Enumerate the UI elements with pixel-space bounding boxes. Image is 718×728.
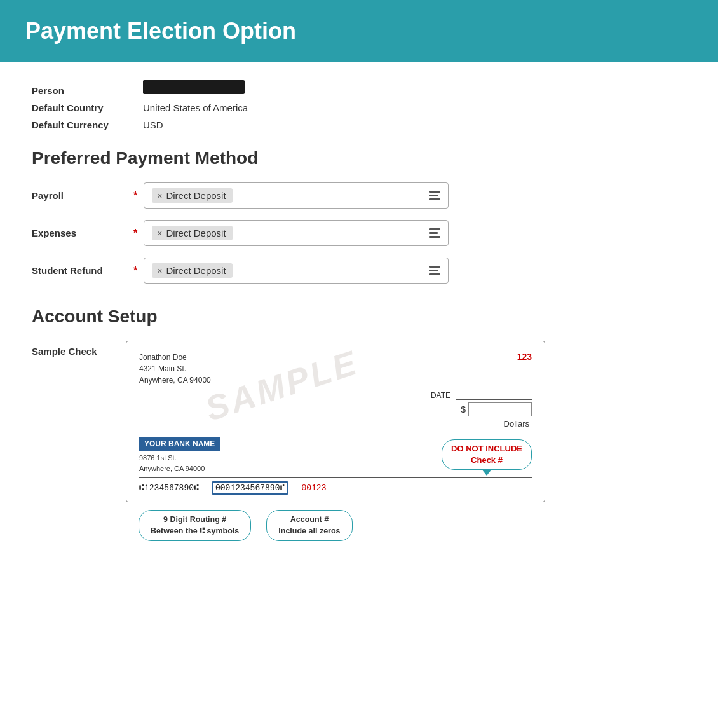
micr-account-highlight: 0001234567890⑈ xyxy=(212,483,288,493)
student-refund-required: * xyxy=(133,265,137,277)
page-title: Payment Election Option xyxy=(25,18,693,45)
person-label: Person xyxy=(32,85,143,96)
payroll-row: Payroll * × Direct Deposit xyxy=(32,182,686,209)
check-bottom-line xyxy=(139,477,532,478)
student-refund-select[interactable]: × Direct Deposit xyxy=(144,258,449,284)
default-currency-row: Default Currency USD xyxy=(32,120,686,130)
info-section: Person Default Country United States of … xyxy=(32,80,686,130)
micr-routing: ⑆1234567890⑆ xyxy=(139,483,199,493)
list-icon-line1 xyxy=(429,266,440,268)
default-country-value: United States of America xyxy=(143,102,248,113)
do-not-include-text: DO NOT INCLUDECheck # xyxy=(451,444,522,465)
micr-account-box: 0001234567890⑈ xyxy=(212,481,288,495)
check-dollars-line: Dollars xyxy=(139,419,532,430)
do-not-include-bubble: DO NOT INCLUDECheck # xyxy=(442,439,532,470)
check-date-underline xyxy=(456,391,532,400)
person-row: Person xyxy=(32,80,686,96)
check-addr2: Anywhere, CA 94000 xyxy=(139,374,211,386)
sample-check-row: Sample Check SAMPLE Jonathon Doe 4321 Ma… xyxy=(32,341,686,541)
check-annotations: 9 Digit Routing #Between the ⑆ symbols A… xyxy=(126,510,545,541)
bank-addr2: Anywhere, CA 94000 xyxy=(139,464,220,474)
expenses-select-left: × Direct Deposit xyxy=(152,226,232,240)
bank-addr1: 9876 1st St. xyxy=(139,453,220,464)
student-refund-chip[interactable]: × Direct Deposit xyxy=(152,263,232,278)
dollar-sign: $ xyxy=(461,404,466,415)
check-number: 123 xyxy=(517,352,532,362)
micr-check-number-struck: 00123 xyxy=(301,483,326,493)
payroll-chip[interactable]: × Direct Deposit xyxy=(152,188,232,203)
bank-name-box: YOUR BANK NAME xyxy=(139,437,220,451)
default-country-label: Default Country xyxy=(32,102,143,113)
check-micr-row: ⑆1234567890⑆ 0001234567890⑈ 00123 xyxy=(139,483,532,493)
page-header: Payment Election Option xyxy=(0,0,718,62)
student-refund-chip-remove[interactable]: × xyxy=(157,266,162,276)
student-refund-row: Student Refund * × Direct Deposit xyxy=(32,258,686,284)
sample-check: SAMPLE Jonathon Doe 4321 Main St. Anywhe… xyxy=(126,341,545,502)
expenses-chip-value: Direct Deposit xyxy=(166,228,226,238)
student-refund-label: Student Refund xyxy=(32,265,133,276)
check-amount-box xyxy=(468,402,532,416)
student-refund-list-icon[interactable] xyxy=(429,266,440,275)
student-refund-select-left: × Direct Deposit xyxy=(152,263,232,278)
check-bank-info: YOUR BANK NAME 9876 1st St. Anywhere, CA… xyxy=(139,437,220,474)
check-name-address: Jonathon Doe 4321 Main St. Anywhere, CA … xyxy=(139,352,211,386)
list-icon-line3 xyxy=(429,236,440,238)
list-icon-line1 xyxy=(429,191,440,193)
payroll-select[interactable]: × Direct Deposit xyxy=(144,182,449,209)
check-date-line: DATE xyxy=(139,391,532,400)
payroll-required: * xyxy=(133,190,137,202)
expenses-row: Expenses * × Direct Deposit xyxy=(32,220,686,246)
list-icon-line3 xyxy=(429,273,440,275)
default-currency-value: USD xyxy=(143,120,163,130)
check-bank-section: YOUR BANK NAME 9876 1st St. Anywhere, CA… xyxy=(139,437,532,474)
check-addr1: 4321 Main St. xyxy=(139,363,211,374)
expenses-chip-remove[interactable]: × xyxy=(157,228,162,238)
default-country-row: Default Country United States of America xyxy=(32,102,686,113)
check-name: Jonathon Doe xyxy=(139,352,211,363)
list-icon-line2 xyxy=(429,232,438,234)
account-setup-section: Account Setup Sample Check SAMPLE Jonath… xyxy=(32,306,686,541)
default-currency-label: Default Currency xyxy=(32,120,143,130)
payroll-label: Payroll xyxy=(32,190,133,201)
annotation-routing: 9 Digit Routing #Between the ⑆ symbols xyxy=(139,510,251,541)
expenses-label: Expenses xyxy=(32,228,133,238)
payroll-chip-value: Direct Deposit xyxy=(166,190,226,201)
list-icon-line3 xyxy=(429,198,440,200)
expenses-required: * xyxy=(133,228,137,239)
payroll-list-icon[interactable] xyxy=(429,191,440,200)
list-icon-line2 xyxy=(429,270,438,271)
check-and-annotations: SAMPLE Jonathon Doe 4321 Main St. Anywhe… xyxy=(126,341,545,541)
preferred-payment-method-section: Preferred Payment Method Payroll * × Dir… xyxy=(32,148,686,284)
list-icon-line1 xyxy=(429,228,440,230)
annotation-account: Account #Include all zeros xyxy=(266,510,352,541)
expenses-select[interactable]: × Direct Deposit xyxy=(144,220,449,246)
preferred-payment-title: Preferred Payment Method xyxy=(32,148,686,168)
list-icon-line2 xyxy=(429,195,438,196)
account-setup-title: Account Setup xyxy=(32,306,686,327)
sample-check-label: Sample Check xyxy=(32,341,108,357)
check-amount-row: $ xyxy=(139,402,532,416)
payroll-chip-remove[interactable]: × xyxy=(157,191,162,201)
person-value-box xyxy=(143,80,245,94)
payroll-select-left: × Direct Deposit xyxy=(152,188,232,203)
expenses-chip[interactable]: × Direct Deposit xyxy=(152,226,232,240)
content-area: Person Default Country United States of … xyxy=(0,62,718,567)
student-refund-chip-value: Direct Deposit xyxy=(166,265,226,276)
check-date-label: DATE xyxy=(431,391,450,400)
check-top: Jonathon Doe 4321 Main St. Anywhere, CA … xyxy=(139,352,532,386)
expenses-list-icon[interactable] xyxy=(429,228,440,238)
